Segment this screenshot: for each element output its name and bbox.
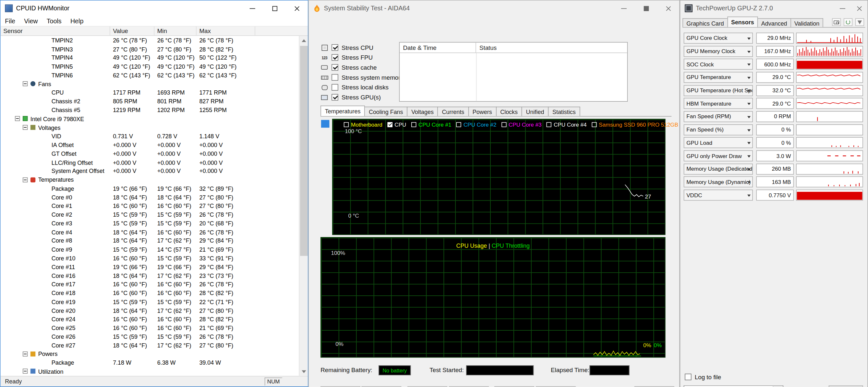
tree-leaf-row[interactable]: Package19 °C (66 °F)19 °C (66 °F)32 °C (…: [1, 184, 299, 193]
tree-leaf-row[interactable]: Core #1716 °C (60 °F)16 °C (60 °F)26 °C …: [1, 280, 299, 288]
sensor-name-dropdown[interactable]: Fan Speed (RPM): [684, 111, 753, 122]
sensor-name-dropdown[interactable]: GPU Core Clock: [684, 32, 753, 43]
stress-checkbox[interactable]: [332, 94, 338, 100]
tab-statistics[interactable]: Statistics: [548, 107, 580, 116]
tree-leaf-row[interactable]: Core #215 °C (59 °F)15 °C (59 °F)26 °C (…: [1, 210, 299, 219]
tree-collapse-icon[interactable]: [23, 369, 28, 374]
sensor-name-dropdown[interactable]: GPU only Power Draw: [684, 150, 753, 161]
tab-voltages[interactable]: Voltages: [407, 107, 438, 116]
tab-cooling-fans[interactable]: Cooling Fans: [364, 107, 407, 116]
tree-node-row[interactable]: Utilization: [1, 367, 299, 376]
device-select[interactable]: Radeon RX Vega: [684, 385, 783, 387]
tree-leaf-row[interactable]: Core #2516 °C (60 °F)16 °C (60 °F)21 °C …: [1, 323, 299, 332]
column-header-sensor[interactable]: Sensor: [1, 27, 110, 35]
sensor-name-dropdown[interactable]: Fan Speed (%): [684, 124, 753, 135]
stress-checkbox[interactable]: [332, 54, 338, 61]
stress-option[interactable]: Stress local disks: [320, 82, 404, 92]
sensor-name-dropdown[interactable]: GPU Load: [684, 137, 753, 148]
menu-tools[interactable]: Tools: [42, 18, 66, 24]
tree-leaf-row[interactable]: Chassis #51219 RPM1202 RPM1255 RPM: [1, 106, 299, 114]
stress-checkbox[interactable]: [332, 64, 338, 71]
menu-file[interactable]: File: [1, 18, 20, 24]
tree-leaf-row[interactable]: Core #1016 °C (60 °F)15 °C (59 °F)33 °C …: [1, 254, 299, 262]
tab-powers[interactable]: Powers: [468, 107, 496, 116]
log-column-status[interactable]: Status: [476, 42, 497, 52]
close-button[interactable]: [851, 1, 867, 16]
tab-advanced[interactable]: Advanced: [757, 18, 791, 27]
tree-leaf-row[interactable]: TMPIN226 °C (78 °F)26 °C (78 °F)26 °C (7…: [1, 36, 299, 45]
tree-collapse-icon[interactable]: [23, 177, 28, 182]
tree-leaf-row[interactable]: Core #2018 °C (64 °F)17 °C (62 °F)27 °C …: [1, 306, 299, 315]
tree-leaf-row[interactable]: Core #1618 °C (64 °F)17 °C (62 °F)23 °C …: [1, 271, 299, 280]
sensor-name-dropdown[interactable]: Memory Usage (Dedicated): [684, 164, 753, 175]
menu-help[interactable]: Help: [66, 18, 88, 24]
column-header-min[interactable]: Min: [154, 27, 196, 35]
maximize-button[interactable]: [635, 1, 657, 16]
close-button[interactable]: [657, 1, 679, 16]
stress-option[interactable]: Stress GPU(s): [320, 92, 404, 102]
screenshot-button[interactable]: [832, 18, 841, 26]
tab-clocks[interactable]: Clocks: [496, 107, 522, 116]
legend-scrollbar-thumb[interactable]: [321, 120, 330, 128]
sensor-name-dropdown[interactable]: GPU Temperature: [684, 72, 753, 83]
tree-collapse-icon[interactable]: [15, 116, 20, 121]
scroll-down-button[interactable]: [300, 367, 308, 376]
gpuz-close-button[interactable]: Close: [829, 385, 863, 387]
menu-view[interactable]: View: [20, 18, 42, 24]
scrollbar-thumb[interactable]: [300, 46, 308, 256]
tree-leaf-row[interactable]: Core #2416 °C (60 °F)16 °C (60 °F)28 °C …: [1, 315, 299, 323]
tree-leaf-row[interactable]: Core #1816 °C (60 °F)16 °C (60 °F)28 °C …: [1, 288, 299, 297]
tree-leaf-row[interactable]: Core #1915 °C (59 °F)15 °C (59 °F)22 °C …: [1, 297, 299, 306]
sensor-name-dropdown[interactable]: Memory Usage (Dynamic): [684, 176, 753, 187]
tree-collapse-icon[interactable]: [23, 125, 28, 130]
stress-option[interactable]: 123Stress FPU: [320, 52, 404, 63]
tree-leaf-row[interactable]: VID0.731 V0.728 V1.148 V: [1, 132, 299, 141]
stress-checkbox[interactable]: [332, 44, 338, 51]
stress-option[interactable]: Stress cache: [320, 63, 404, 73]
tree-collapse-icon[interactable]: [23, 351, 28, 356]
tree-leaf-row[interactable]: LLC/Ring Offset+0.000 V+0.000 V+0.000 V: [1, 158, 299, 167]
tree-leaf-row[interactable]: Package7.18 W6.38 W39.04 W: [1, 358, 299, 367]
tree-leaf-row[interactable]: IA Offset+0.000 V+0.000 V+0.000 V: [1, 141, 299, 149]
sensor-name-dropdown[interactable]: GPU Memory Clock: [684, 46, 753, 57]
sensor-name-dropdown[interactable]: VDDC: [684, 190, 753, 201]
log-to-file-checkbox[interactable]: [685, 374, 691, 380]
refresh-button[interactable]: [844, 18, 852, 26]
log-column-datetime[interactable]: Date & Time: [400, 42, 476, 52]
tree-leaf-row[interactable]: Core #1119 °C (66 °F)19 °C (66 °F)29 °C …: [1, 262, 299, 271]
column-header-max[interactable]: Max: [196, 27, 255, 35]
tree-leaf-row[interactable]: Core #018 °C (64 °F)18 °C (64 °F)27 °C (…: [1, 193, 299, 202]
tree-node-row[interactable]: Voltages: [1, 123, 299, 132]
tree-leaf-row[interactable]: Core #2615 °C (59 °F)15 °C (59 °F)26 °C …: [1, 332, 299, 341]
stress-option[interactable]: Stress system memory: [320, 73, 404, 82]
sensor-name-dropdown[interactable]: GPU Temperature (Hot Spot): [684, 85, 753, 96]
tree-node-row[interactable]: Temperatures: [1, 175, 299, 184]
stress-checkbox[interactable]: [332, 74, 338, 81]
minimize-button[interactable]: [834, 1, 851, 16]
tree-leaf-row[interactable]: TMPIN449 °C (120 °F)49 °C (120 °F)50 °C …: [1, 54, 299, 62]
tree-leaf-row[interactable]: Core #818 °C (64 °F)17 °C (62 °F)29 °C (…: [1, 237, 299, 245]
tree-leaf-row[interactable]: Core #315 °C (59 °F)15 °C (59 °F)20 °C (…: [1, 219, 299, 228]
stress-option[interactable]: Stress CPU: [320, 42, 404, 52]
tree-leaf-row[interactable]: GT Offset+0.000 V+0.000 V+0.000 V: [1, 149, 299, 158]
tree-node-row[interactable]: Intel Core i9 7980XE: [1, 114, 299, 123]
tree-leaf-row[interactable]: TMPIN327 °C (80 °F)27 °C (80 °F)28 °C (8…: [1, 45, 299, 54]
minimize-button[interactable]: [241, 1, 264, 16]
tree-leaf-row[interactable]: Chassis #2805 RPM801 RPM827 RPM: [1, 97, 299, 106]
stress-checkbox[interactable]: [332, 84, 338, 90]
options-button[interactable]: [855, 18, 864, 26]
tab-sensors[interactable]: Sensors: [727, 16, 758, 27]
legend-scrollbar[interactable]: [320, 119, 331, 235]
tree-node-row[interactable]: Powers: [1, 350, 299, 358]
minimize-button[interactable]: [613, 1, 635, 16]
tree-leaf-row[interactable]: Core #2718 °C (64 °F)17 °C (62 °F)27 °C …: [1, 341, 299, 350]
maximize-button[interactable]: [264, 1, 285, 16]
tree-node-row[interactable]: Fans: [1, 79, 299, 88]
tab-graphics-card[interactable]: Graphics Card: [682, 18, 727, 27]
sensor-name-dropdown[interactable]: HBM Temperature: [684, 98, 753, 109]
tree-leaf-row[interactable]: Core #418 °C (64 °F)16 °C (60 °F)26 °C (…: [1, 228, 299, 237]
tree-leaf-row[interactable]: Core #915 °C (59 °F)14 °C (57 °F)21 °C (…: [1, 245, 299, 254]
tree-leaf-row[interactable]: TMPIN549 °C (120 °F)49 °C (120 °F)49 °C …: [1, 62, 299, 71]
tab-temperatures[interactable]: Temperatures: [320, 106, 365, 116]
log-to-file-option[interactable]: Log to file: [685, 374, 721, 380]
